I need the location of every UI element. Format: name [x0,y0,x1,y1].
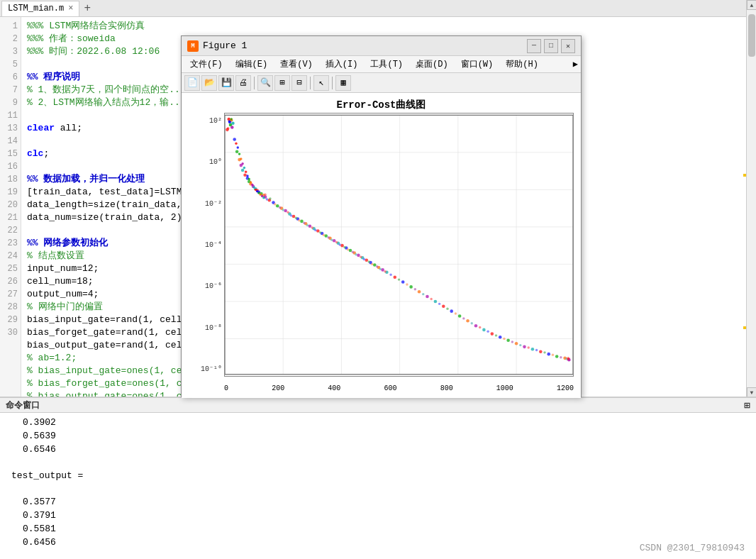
svg-point-130 [455,312,457,314]
svg-point-120 [379,268,382,270]
x-label-400: 400 [328,384,340,392]
toolbar-open[interactable]: 📂 [201,75,217,91]
figure-plot-area: Error-Cost曲线图 10² 10⁰ 10⁻² 10⁻⁴ 10⁻⁶ 10⁻… [182,93,581,398]
svg-point-101 [303,221,305,223]
tab-close-icon[interactable]: × [68,4,73,13]
svg-point-132 [471,322,473,324]
command-content: 0.3902 0.5639 0.6546 test_output = 0.357… [0,413,756,552]
y-label-1: 10² [209,118,222,125]
svg-point-102 [306,224,308,226]
menu-window[interactable]: 窗口(W) [455,57,499,72]
svg-point-111 [343,246,345,248]
cmd-value-1: 0.3902 [11,416,745,429]
scroll-down-arrow[interactable]: ▼ [747,387,756,397]
svg-point-26 [241,169,245,172]
svg-point-143 [560,356,562,358]
scroll-thumb[interactable] [748,17,755,57]
svg-point-70 [409,285,413,289]
test-output-label: test_output = [11,469,745,482]
line-numbers: 1 2 3 5 6 7 9 11 13 14 15 16 18 19 20 21… [0,17,21,397]
svg-point-116 [363,258,365,260]
svg-point-105 [319,231,321,233]
new-tab-button[interactable]: + [79,1,95,16]
svg-point-109 [335,241,338,243]
svg-point-74 [442,304,445,308]
svg-point-131 [462,317,465,319]
x-label-800: 800 [440,384,453,392]
svg-point-96 [282,209,284,211]
svg-point-155 [245,171,247,173]
editor-tab[interactable]: LSTM_mian.m × [1,1,79,16]
toolbar-sep-2 [310,77,311,89]
x-label-0: 0 [224,384,228,392]
svg-point-75 [450,309,453,313]
y-label-6: 10⁻⁸ [205,325,222,332]
svg-point-27 [243,174,247,177]
toolbar-layout[interactable]: ▦ [335,75,351,91]
toolbar-save[interactable]: 💾 [218,75,234,91]
menu-edit[interactable]: 编辑(E) [230,57,274,72]
figure-window: M Figure 1 ─ □ ✕ 文件(F) 编辑(E) 查看(V) 插入(I)… [181,35,582,397]
svg-point-78 [474,324,478,328]
svg-point-91 [264,193,266,195]
svg-point-84 [523,345,526,349]
toolbar-sep-3 [332,77,333,89]
svg-point-60 [357,254,360,258]
command-window: 命令窗口 ⊞ 0.3902 0.5639 0.6546 test_output … [0,397,756,559]
menu-tools[interactable]: 工具(T) [365,57,408,72]
maximize-button[interactable]: □ [544,39,558,53]
menu-view[interactable]: 查看(V) [274,57,318,72]
command-label-text: 命令窗口 [6,399,40,411]
svg-point-98 [290,214,292,216]
toolbar-zoom[interactable]: 🔍 [257,75,273,91]
command-window-icon: ⊞ [745,399,750,411]
svg-point-64 [373,263,377,267]
svg-point-80 [491,332,494,336]
svg-point-121 [384,270,386,272]
svg-point-69 [401,280,405,284]
svg-point-81 [499,336,502,339]
toolbar-grid[interactable]: ⊞ [274,75,290,91]
figure-title: Figure 1 [203,40,247,51]
svg-point-135 [495,334,497,336]
svg-point-52 [324,234,328,238]
menu-file[interactable]: 文件(F) [184,57,228,72]
editor-scrollbar[interactable]: ▲ ▼ [746,17,756,397]
test-value-2: 0.3791 [11,509,745,522]
svg-point-140 [535,349,538,351]
svg-point-76 [458,314,462,318]
toolbar-new[interactable]: 📄 [184,75,200,91]
minimize-button[interactable]: ─ [527,39,541,53]
menu-insert[interactable]: 插入(I) [320,57,364,72]
svg-point-151 [238,153,240,155]
svg-point-149 [235,143,237,145]
y-label-3: 10⁻² [205,201,222,208]
svg-point-68 [394,275,397,279]
figure-menu-arrow[interactable]: ▶ [573,59,578,70]
close-button[interactable]: ✕ [561,39,575,53]
menu-desktop[interactable]: 桌面(D) [410,57,454,72]
test-value-4: 0.6456 [11,536,745,549]
svg-point-122 [389,274,391,276]
matlab-icon: M [187,40,199,52]
svg-point-142 [552,354,554,356]
svg-point-156 [246,175,248,177]
toolbar-grid2[interactable]: ⊟ [291,75,307,91]
svg-point-113 [352,251,354,253]
svg-point-134 [487,330,489,332]
svg-point-99 [295,217,297,219]
svg-point-114 [355,253,357,255]
svg-point-106 [323,234,325,236]
toolbar-print[interactable]: 🖨 [235,75,251,91]
window-controls: ─ □ ✕ [527,39,575,53]
svg-point-82 [506,338,510,342]
toolbar-cursor[interactable]: ↖ [313,75,329,91]
figure-titlebar: M Figure 1 ─ □ ✕ [182,36,581,56]
toolbar-sep-1 [254,77,255,89]
svg-point-100 [298,219,300,221]
menu-help[interactable]: 帮助(H) [500,57,544,72]
svg-point-97 [287,211,289,214]
svg-point-157 [248,178,250,180]
svg-point-87 [547,353,550,356]
command-window-label: 命令窗口 ⊞ [0,397,756,413]
